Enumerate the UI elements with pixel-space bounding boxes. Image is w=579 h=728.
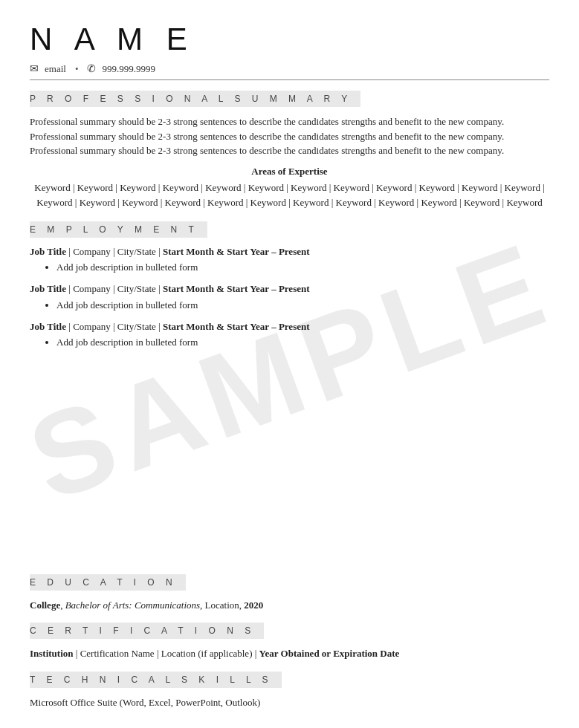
header-divider bbox=[30, 79, 549, 80]
education-header: E D U C A T I O N bbox=[30, 574, 186, 591]
contact-separator: • bbox=[75, 63, 79, 75]
job-dates-1: Start Month & Start Year – Present bbox=[163, 246, 310, 257]
job-title-line-2: Job Title | Company | City/State | Start… bbox=[30, 282, 549, 296]
job-bullets-1: Add job description in bulleted form bbox=[56, 261, 549, 273]
contact-line: ✉ email • ✆ 999.999.9999 bbox=[30, 62, 549, 75]
job-title-2: Job Title bbox=[30, 283, 66, 294]
email-icon: ✉ bbox=[30, 62, 39, 75]
professional-summary-header: P R O F E S S I O N A L S U M M A R Y bbox=[30, 91, 360, 107]
summary-text: Professional summary should be 2-3 stron… bbox=[30, 114, 549, 158]
cert-location: Location (if applicable) bbox=[161, 648, 253, 659]
technical-skills-header: T E C H N I C A L S K I L L S bbox=[30, 672, 282, 688]
areas-of-expertise-heading: Areas of Expertise bbox=[30, 166, 549, 178]
cert-line: Institution | Certification Name | Locat… bbox=[30, 646, 549, 661]
edu-location: Location bbox=[205, 599, 239, 611]
job-company-1: Company bbox=[73, 246, 111, 257]
job-dates-3: Start Month & Start Year – Present bbox=[163, 321, 310, 332]
certifications-section: C E R T I F I C A T I O N S Institution … bbox=[30, 623, 549, 661]
technical-skills-section: T E C H N I C A L S K I L L S Microsoft … bbox=[30, 672, 549, 710]
header: N A M E ✉ email • ✆ 999.999.9999 bbox=[30, 22, 549, 80]
cert-date: Year Obtained or Expiration Date bbox=[259, 648, 400, 659]
job-location-1: City/State bbox=[117, 246, 156, 257]
job-location-3: City/State bbox=[117, 321, 156, 332]
job-title-line-3: Job Title | Company | City/State | Start… bbox=[30, 320, 549, 334]
edu-degree: Bachelor of Arts: Communications bbox=[65, 599, 200, 611]
job-company-2: Company bbox=[73, 283, 111, 294]
job-entry-3: Job Title | Company | City/State | Start… bbox=[30, 320, 549, 348]
skills-text: Microsoft Office Suite (Word, Excel, Pow… bbox=[30, 695, 549, 710]
education-line: College, Bachelor of Arts: Communication… bbox=[30, 598, 549, 613]
job-entry-2: Job Title | Company | City/State | Start… bbox=[30, 282, 549, 311]
phone-icon: ✆ bbox=[87, 62, 96, 75]
job-title-line-1: Job Title | Company | City/State | Start… bbox=[30, 245, 549, 259]
employment-header: E M P L O Y M E N T bbox=[30, 221, 207, 238]
edu-college: College bbox=[30, 599, 60, 611]
certifications-header: C E R T I F I C A T I O N S bbox=[30, 623, 264, 639]
edu-year: 2020 bbox=[244, 599, 263, 611]
job-bullets-3: Add job description in bulleted form bbox=[56, 337, 549, 348]
job-location-2: City/State bbox=[117, 283, 156, 294]
job-bullet-3: Add job description in bulleted form bbox=[56, 337, 549, 348]
spacer bbox=[30, 359, 549, 567]
professional-summary-section: P R O F E S S I O N A L S U M M A R Y Pr… bbox=[30, 91, 549, 211]
job-title-3: Job Title bbox=[30, 321, 66, 332]
job-bullet-1: Add job description in bulleted form bbox=[56, 261, 549, 273]
job-bullet-2: Add job description in bulleted form bbox=[56, 299, 549, 311]
job-entry-1: Job Title | Company | City/State | Start… bbox=[30, 245, 549, 273]
job-dates-2: Start Month & Start Year – Present bbox=[163, 283, 310, 294]
employment-section: E M P L O Y M E N T Job Title | Company … bbox=[30, 221, 549, 348]
keywords-text: Keyword | Keyword | Keyword | Keyword | … bbox=[30, 181, 549, 212]
job-bullets-2: Add job description in bulleted form bbox=[56, 299, 549, 311]
job-title-1: Job Title bbox=[30, 246, 66, 257]
email-label: email bbox=[45, 63, 66, 75]
cert-institution: Institution bbox=[30, 648, 74, 659]
job-company-3: Company bbox=[73, 321, 111, 332]
cert-name: Certification Name bbox=[80, 648, 155, 659]
phone-number: 999.999.9999 bbox=[102, 63, 155, 75]
name-heading: N A M E bbox=[30, 22, 549, 56]
education-section: E D U C A T I O N College, Bachelor of A… bbox=[30, 574, 549, 613]
